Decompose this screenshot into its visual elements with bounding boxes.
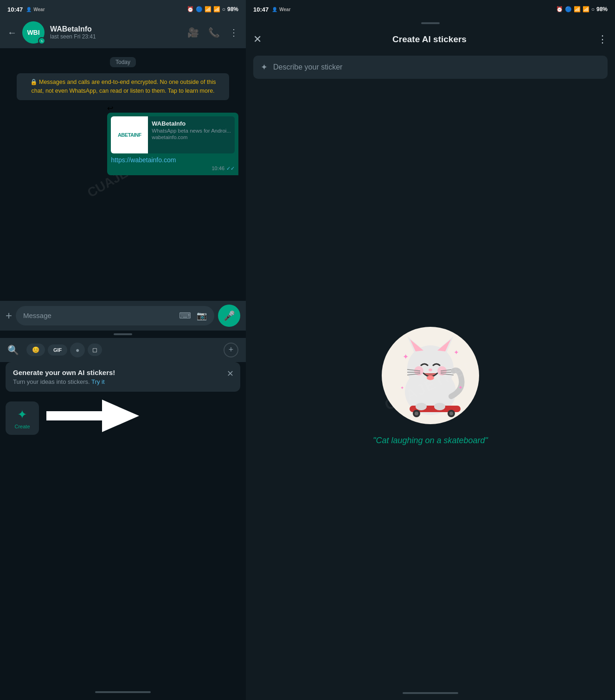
left-alarm-icon: ⏰ (187, 6, 194, 13)
create-sticker-icon: ✦ (17, 407, 27, 422)
emoji-tab-smiley[interactable]: 😊 (26, 344, 45, 356)
svg-text:✦: ✦ (454, 349, 459, 356)
contact-status: last seen Fri 23:41 (50, 33, 182, 40)
emoji-tab-sticker[interactable]: ◻ (88, 344, 102, 356)
right-status-bar: 10:47 👤 Wear ⏰ 🔵 📶 📶 ○ 98% (246, 0, 615, 17)
svg-point-23 (416, 403, 427, 410)
date-badge: Today (7, 57, 238, 66)
message-link[interactable]: https://wabetainfo.com (111, 156, 235, 164)
promo-try-link[interactable]: Try it (91, 378, 104, 385)
create-sticker-area: ✦ Create (0, 392, 246, 445)
message-bubble: ABETAINF WABetaInfo WhatsApp beta news f… (107, 113, 238, 175)
link-preview-domain: wabetainfo.com (152, 134, 231, 140)
keyboard-icon[interactable]: ⌨ (179, 311, 191, 321)
bottom-spacer (0, 445, 246, 687)
mic-button[interactable]: 🎤 (218, 305, 240, 327)
left-wifi-icon: 📶 (205, 6, 211, 13)
create-sticker-label: Create (14, 424, 30, 429)
camera-icon[interactable]: 📷 (197, 311, 207, 321)
attach-icon[interactable]: + (6, 309, 12, 322)
promo-text: Generate your own AI stickers! Turn your… (13, 369, 115, 385)
svg-point-10 (429, 369, 432, 371)
svg-point-22 (449, 412, 453, 415)
more-options-button[interactable]: ⋮ (597, 33, 608, 45)
dot-icon: ● (76, 346, 79, 354)
svg-point-24 (434, 403, 445, 410)
left-status-bar: 10:47 👤 Wear ⏰ 🔵 📶 📶 ○ 98% (0, 0, 246, 17)
header-actions: 🎥 📞 ⋮ (187, 27, 238, 38)
left-bottom-bar (0, 686, 246, 700)
emoji-bar: 🔍 😊 GIF ● ◻ + (0, 338, 246, 362)
svg-point-11 (427, 375, 434, 380)
drag-handle (114, 333, 132, 335)
right-bt-icon: 🔵 (565, 6, 572, 13)
svg-text:✦: ✦ (400, 385, 404, 390)
right-wear-icon: 👤 (272, 7, 277, 12)
right-alarm-icon: ⏰ (556, 6, 563, 13)
avatar-badge: ↻ (38, 37, 45, 45)
drawer-handle (421, 22, 440, 24)
left-bt-icon: 🔵 (196, 6, 203, 13)
svg-text:✦: ✦ (403, 353, 409, 361)
right-wifi-icon: 📶 (574, 6, 581, 13)
link-preview-title: WABetaInfo (152, 120, 231, 127)
forward-icon[interactable]: ↩ (107, 104, 113, 112)
right-battery-icon: ○ (591, 6, 595, 13)
message-input[interactable]: Message ⌨ 📷 (16, 306, 214, 325)
emoji-search-icon[interactable]: 🔍 (7, 344, 19, 356)
chat-body: CUAJETHED Today 🔒 Messages and calls are… (0, 48, 246, 301)
promo-title: Generate your own AI stickers! (13, 369, 115, 376)
right-time: 10:47 (253, 6, 269, 13)
input-icons: ⌨ 📷 (179, 311, 207, 321)
right-header: ✕ Create AI stickers ⋮ (246, 28, 615, 51)
link-preview-desc: WhatsApp beta news for Androi... (152, 128, 231, 134)
right-signal-icon: 📶 (583, 6, 589, 13)
input-area: + Message ⌨ 📷 🎤 (0, 301, 246, 331)
left-panel: 10:47 👤 Wear ⏰ 🔵 📶 📶 ○ 98% ← WBI ↻ WABet… (0, 0, 246, 700)
left-time: 10:47 (7, 6, 23, 13)
emoji-tab-dot[interactable]: ● (70, 343, 85, 357)
create-sticker-button[interactable]: ✦ Create (6, 401, 39, 435)
left-battery-label: 98% (227, 6, 238, 13)
panel-title: Create AI stickers (267, 34, 592, 45)
system-message[interactable]: 🔒 Messages and calls are end-to-end encr… (17, 73, 229, 100)
link-preview-image: ABETAINF (111, 116, 148, 153)
back-button[interactable]: ← (7, 27, 17, 38)
promo-banner: Generate your own AI stickers! Turn your… (6, 362, 240, 392)
emoji-tab-gif[interactable]: GIF (48, 344, 67, 356)
read-receipt-icon: ✓✓ (226, 165, 235, 172)
sticker-caption: "Cat laughing on a skateboard" (373, 436, 488, 445)
ai-sparkle-icon: ✦ (261, 62, 268, 72)
emoji-tabs: 😊 GIF ● ◻ (26, 343, 216, 357)
contact-name: WABetaInfo (50, 25, 182, 33)
smiley-icon: 😊 (32, 346, 39, 353)
message-wrapper: ↩ ABETAINF WABetaInfo WhatsApp beta news… (107, 104, 238, 175)
left-wear-label: Wear (33, 7, 45, 12)
more-options-icon[interactable]: ⋮ (229, 27, 238, 38)
message-placeholder: Message (23, 312, 51, 319)
right-bottom-bar (246, 686, 615, 700)
message-meta: 10:46 ✓✓ (111, 165, 235, 172)
arrow-indicator (46, 397, 139, 439)
right-wear-label: Wear (279, 7, 290, 12)
voice-call-icon[interactable]: 📞 (208, 27, 220, 38)
right-nav-indicator (403, 692, 458, 694)
emoji-add-button[interactable]: + (224, 343, 238, 357)
sticker-icon: ◻ (92, 346, 97, 353)
svg-text:✦: ✦ (458, 384, 463, 391)
avatar-container: WBI ↻ (22, 21, 45, 44)
promo-close-button[interactable]: ✕ (227, 369, 234, 379)
gif-label: GIF (53, 347, 62, 353)
link-preview-content: WABetaInfo WhatsApp beta news for Androi… (148, 116, 235, 153)
sticker-search-field[interactable]: ✦ Describe your sticker (253, 56, 608, 79)
header-info: WABetaInfo last seen Fri 23:41 (50, 25, 182, 40)
promo-subtitle: Turn your ideas into stickers. Try it (13, 378, 115, 385)
left-nav-indicator (95, 691, 151, 693)
sticker-preview: ✦ ✦ ✦ ✦ "Cat laughing on a skateboard" (246, 83, 615, 686)
right-panel: 10:47 👤 Wear ⏰ 🔵 📶 📶 ○ 98% ✕ Create AI s… (246, 0, 615, 700)
video-call-icon[interactable]: 🎥 (187, 27, 199, 38)
close-button[interactable]: ✕ (253, 33, 262, 45)
right-battery-label: 98% (596, 6, 608, 13)
link-preview: ABETAINF WABetaInfo WhatsApp beta news f… (111, 116, 235, 153)
message-time: 10:46 (211, 165, 224, 171)
